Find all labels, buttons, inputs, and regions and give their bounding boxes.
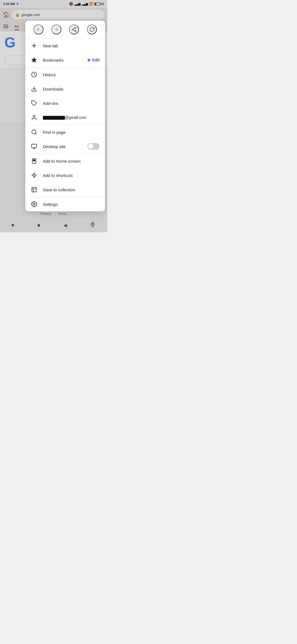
settings-label: Settings xyxy=(43,202,100,207)
dropdown-menu: New tab Bookmarks ★ Edit History xyxy=(25,21,105,211)
bookmarks-edit-button[interactable]: ★ Edit xyxy=(87,58,100,63)
find-in-page-item[interactable]: Find in page xyxy=(25,125,105,139)
svg-line-4 xyxy=(73,30,75,31)
add-home-item[interactable]: Add to Home screen xyxy=(25,154,105,168)
settings-item[interactable]: Settings xyxy=(25,197,105,211)
toggle-thumb xyxy=(88,144,94,149)
save-collection-icon xyxy=(31,186,37,193)
save-collection-item[interactable]: Save to collection xyxy=(25,182,105,197)
history-label: History xyxy=(43,72,100,77)
edit-label: Edit xyxy=(92,58,100,62)
desktop-site-toggle[interactable] xyxy=(87,143,100,150)
find-icon xyxy=(31,129,37,135)
history-item[interactable]: History xyxy=(25,67,105,82)
downloads-label: Downloads xyxy=(43,87,100,91)
svg-point-26 xyxy=(33,203,35,205)
bookmarks-label: Bookmarks xyxy=(43,58,81,62)
add-shortcuts-label: Add to shortcuts xyxy=(43,173,100,178)
add-home-icon xyxy=(31,158,37,164)
menu-reload-button[interactable] xyxy=(87,24,97,34)
svg-point-12 xyxy=(33,115,35,117)
desktop-icon xyxy=(31,143,37,150)
desktop-site-item[interactable]: Desktop site xyxy=(25,139,105,154)
svg-rect-15 xyxy=(32,144,37,148)
account-email: @gmail.com xyxy=(43,115,100,120)
addons-item[interactable]: Add-ons xyxy=(25,96,105,110)
new-tab-label: New tab xyxy=(43,43,100,48)
addons-icon xyxy=(31,100,37,107)
downloads-item[interactable]: Downloads xyxy=(25,82,105,96)
svg-line-14 xyxy=(35,133,36,134)
add-shortcuts-icon xyxy=(31,172,37,179)
find-in-page-label: Find in page xyxy=(43,130,100,135)
menu-share-button[interactable] xyxy=(69,24,79,34)
star-purple-icon: ★ xyxy=(87,58,91,63)
addons-label: Add-ons xyxy=(43,101,100,106)
bookmarks-item[interactable]: Bookmarks ★ Edit xyxy=(25,53,105,67)
settings-icon xyxy=(31,201,37,208)
menu-back-button[interactable] xyxy=(34,24,43,34)
email-redacted xyxy=(43,116,65,120)
account-icon xyxy=(31,114,37,121)
menu-nav-row xyxy=(25,21,105,39)
svg-line-5 xyxy=(73,28,75,29)
history-icon xyxy=(31,71,37,78)
account-item[interactable]: @gmail.com xyxy=(25,110,105,125)
save-collection-label: Save to collection xyxy=(43,187,100,192)
menu-forward-button[interactable] xyxy=(51,24,61,34)
new-tab-item[interactable]: New tab xyxy=(25,39,105,53)
bookmarks-icon xyxy=(31,57,37,63)
svg-marker-22 xyxy=(32,173,37,178)
svg-marker-8 xyxy=(32,58,37,62)
downloads-icon xyxy=(31,86,37,92)
new-tab-icon xyxy=(31,42,37,49)
desktop-site-label: Desktop site xyxy=(43,144,82,149)
svg-rect-23 xyxy=(32,187,37,192)
add-home-label: Add to Home screen xyxy=(43,159,100,163)
add-shortcuts-item[interactable]: Add to shortcuts xyxy=(25,168,105,182)
